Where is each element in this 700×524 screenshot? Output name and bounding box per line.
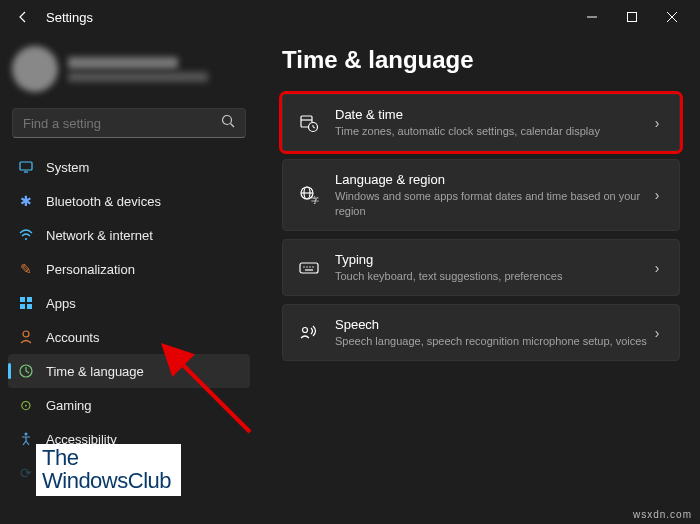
window-controls — [572, 2, 692, 32]
system-icon — [18, 159, 34, 175]
chevron-right-icon: › — [649, 187, 665, 203]
sidebar-item-label: Bluetooth & devices — [46, 194, 161, 209]
sidebar-item-label: Personalization — [46, 262, 135, 277]
account-icon — [18, 329, 34, 345]
card-date-time[interactable]: Date & time Time zones, automatic clock … — [282, 94, 680, 151]
accessibility-icon — [18, 431, 34, 447]
calendar-clock-icon — [297, 111, 321, 135]
svg-rect-9 — [20, 304, 25, 309]
profile-name — [68, 57, 178, 69]
card-desc: Touch keyboard, text suggestions, prefer… — [335, 269, 649, 283]
svg-rect-8 — [27, 297, 32, 302]
svg-rect-7 — [20, 297, 25, 302]
card-desc: Time zones, automatic clock settings, ca… — [335, 124, 649, 138]
speech-icon — [297, 321, 321, 345]
sidebar-item-label: Gaming — [46, 398, 92, 413]
back-button[interactable] — [8, 2, 38, 32]
profile-email — [68, 72, 208, 82]
update-icon: ⟳ — [18, 465, 34, 481]
keyboard-icon — [297, 256, 321, 280]
svg-point-22 — [303, 266, 304, 267]
search-icon — [221, 114, 235, 132]
card-typing[interactable]: Typing Touch keyboard, text suggestions,… — [282, 239, 680, 296]
page-title: Time & language — [282, 46, 680, 74]
sidebar-item-system[interactable]: System — [8, 150, 250, 184]
svg-line-29 — [178, 360, 250, 432]
minimize-button[interactable] — [572, 2, 612, 32]
card-title: Language & region — [335, 172, 649, 187]
card-desc: Windows and some apps format dates and t… — [335, 189, 649, 218]
svg-rect-21 — [300, 263, 318, 273]
globe-icon: 字 — [297, 183, 321, 207]
search-box[interactable] — [12, 108, 246, 138]
svg-text:字: 字 — [311, 196, 319, 205]
card-language-region[interactable]: 字 Language & region Windows and some app… — [282, 159, 680, 231]
svg-point-11 — [23, 331, 29, 337]
svg-point-13 — [25, 433, 28, 436]
sidebar-item-label: Apps — [46, 296, 76, 311]
sidebar-item-accounts[interactable]: Accounts — [8, 320, 250, 354]
bluetooth-icon: ✱ — [18, 193, 34, 209]
profile-section[interactable] — [8, 42, 250, 104]
sidebar-item-label: Time & language — [46, 364, 144, 379]
svg-rect-1 — [628, 13, 637, 22]
svg-rect-4 — [20, 162, 32, 170]
close-button[interactable] — [652, 2, 692, 32]
apps-icon — [18, 295, 34, 311]
sidebar-item-label: Network & internet — [46, 228, 153, 243]
card-title: Speech — [335, 317, 649, 332]
watermark-logo: The WindowsClub — [36, 444, 181, 496]
wifi-icon — [18, 227, 34, 243]
titlebar: Settings — [0, 0, 700, 34]
sidebar-item-label: Accounts — [46, 330, 99, 345]
card-title: Date & time — [335, 107, 649, 122]
sidebar-item-personalization[interactable]: ✎ Personalization — [8, 252, 250, 286]
svg-rect-10 — [27, 304, 32, 309]
globe-clock-icon — [18, 363, 34, 379]
svg-point-25 — [312, 266, 313, 267]
svg-line-3 — [231, 124, 235, 128]
chevron-right-icon: › — [649, 325, 665, 341]
search-input[interactable] — [23, 116, 221, 131]
sidebar-item-network[interactable]: Network & internet — [8, 218, 250, 252]
svg-point-23 — [306, 266, 307, 267]
chevron-right-icon: › — [649, 260, 665, 276]
arrow-annotation — [170, 352, 260, 446]
domain-watermark: wsxdn.com — [633, 509, 692, 520]
svg-point-6 — [25, 238, 27, 240]
card-desc: Speech language, speech recognition micr… — [335, 334, 649, 348]
svg-point-24 — [309, 266, 310, 267]
chevron-right-icon: › — [649, 115, 665, 131]
gaming-icon: ⊙ — [18, 397, 34, 413]
svg-point-27 — [303, 327, 308, 332]
sidebar-item-bluetooth[interactable]: ✱ Bluetooth & devices — [8, 184, 250, 218]
sidebar-item-apps[interactable]: Apps — [8, 286, 250, 320]
card-speech[interactable]: Speech Speech language, speech recogniti… — [282, 304, 680, 361]
sidebar-item-label: System — [46, 160, 89, 175]
window-title: Settings — [46, 10, 93, 25]
avatar — [12, 46, 58, 92]
card-title: Typing — [335, 252, 649, 267]
brush-icon: ✎ — [18, 261, 34, 277]
maximize-button[interactable] — [612, 2, 652, 32]
content-area: Time & language Date & time Time zones, … — [258, 34, 700, 524]
svg-point-2 — [223, 116, 232, 125]
